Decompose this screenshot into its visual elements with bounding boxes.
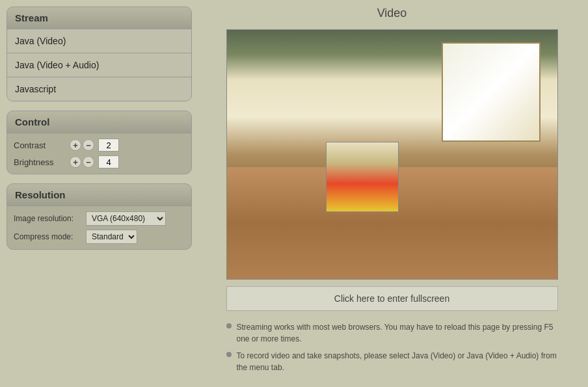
brightness-row: Brightness + − — [14, 155, 185, 168]
brightness-value-input[interactable] — [98, 155, 119, 168]
resolution-panel: Resolution Image resolution: VGA (640x48… — [7, 183, 192, 250]
compress-mode-select[interactable]: Standard High Low — [86, 230, 137, 244]
resolution-panel-header: Resolution — [7, 184, 191, 206]
bullet-icon-2 — [226, 352, 232, 357]
resolution-body: Image resolution: VGA (640x480) QVGA (32… — [7, 206, 191, 249]
brightness-increase-button[interactable]: + — [70, 156, 81, 168]
control-panel: Control Contrast + − Brightness + − — [7, 111, 192, 174]
info-text-1: Streaming works with most web browsers. … — [237, 321, 558, 345]
compress-mode-row: Compress mode: Standard High Low — [14, 230, 185, 244]
stream-item-java-video-audio[interactable]: Java (Video + Audio) — [7, 53, 191, 77]
main-content: Video Click here to enter fullscreen Str… — [202, 7, 581, 377]
bullet-icon-1 — [226, 323, 232, 328]
info-list: Streaming works with most web browsers. … — [226, 317, 558, 377]
video-scene — [227, 30, 557, 279]
stream-item-javascript[interactable]: Javascript — [7, 77, 191, 101]
contrast-value-input[interactable] — [98, 139, 119, 152]
scene-box — [326, 142, 399, 211]
control-panel-header: Control — [7, 111, 191, 133]
stream-panel: Stream Java (Video) Java (Video + Audio)… — [7, 7, 192, 101]
contrast-row: Contrast + − — [14, 139, 185, 152]
image-resolution-row: Image resolution: VGA (640x480) QVGA (32… — [14, 211, 185, 226]
compress-mode-label: Compress mode: — [14, 232, 82, 241]
video-frame — [226, 29, 558, 280]
page-title: Video — [377, 7, 407, 20]
brightness-buttons: + − — [70, 156, 94, 168]
contrast-decrease-button[interactable]: − — [83, 139, 94, 151]
info-item-2: To record video and take snapshots, plea… — [226, 350, 558, 373]
brightness-label: Brightness — [14, 157, 66, 167]
info-item-1: Streaming works with most web browsers. … — [226, 321, 558, 345]
fullscreen-button[interactable]: Click here to enter fullscreen — [226, 286, 558, 311]
image-resolution-select[interactable]: VGA (640x480) QVGA (320x240) SVGA (800x6… — [86, 211, 166, 226]
image-resolution-label: Image resolution: — [14, 214, 82, 223]
scene-window — [442, 42, 541, 142]
contrast-buttons: + − — [70, 139, 94, 151]
stream-item-java-video[interactable]: Java (Video) — [7, 29, 191, 53]
info-text-2: To record video and take snapshots, plea… — [237, 350, 558, 373]
contrast-label: Contrast — [14, 140, 66, 150]
control-body: Contrast + − Brightness + − — [7, 133, 191, 174]
brightness-decrease-button[interactable]: − — [83, 156, 94, 168]
stream-panel-header: Stream — [7, 7, 191, 29]
contrast-increase-button[interactable]: + — [70, 139, 81, 151]
sidebar: Stream Java (Video) Java (Video + Audio)… — [7, 7, 192, 377]
